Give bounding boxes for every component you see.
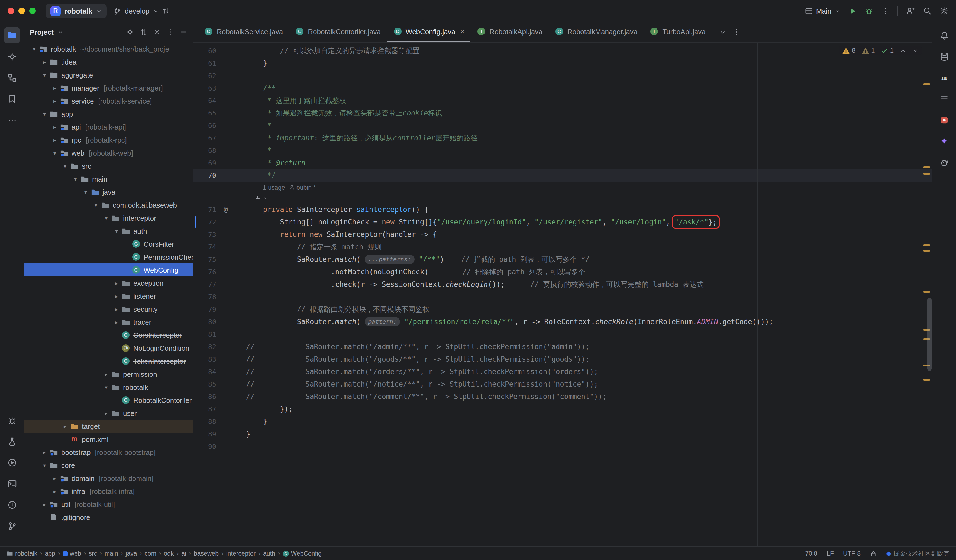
gutter-marker[interactable] — [216, 228, 246, 241]
file-encoding[interactable]: UTF-8 — [843, 550, 861, 557]
expand-collapse-icon[interactable] — [140, 28, 148, 36]
gradle-icon[interactable] — [936, 154, 952, 170]
tree-item-infra[interactable]: ▸infra[robotalk-infra] — [24, 484, 193, 498]
chevron-down-icon[interactable]: ▾ — [71, 176, 80, 182]
close-tab-icon[interactable]: × — [460, 28, 464, 35]
code-line-88[interactable]: 88 } — [193, 415, 932, 428]
chevron-down-icon[interactable]: ▾ — [112, 228, 121, 234]
usages-hint[interactable]: 1 usage — [263, 184, 285, 190]
run-button[interactable] — [849, 7, 857, 15]
breadcrumb-item-baseweb[interactable]: baseweb — [194, 550, 219, 557]
code-line-62[interactable]: 62 — [193, 69, 932, 82]
run-tool-icon[interactable] — [4, 454, 20, 470]
line-number[interactable]: 67 — [193, 132, 216, 144]
tree-item-src[interactable]: ▾src — [24, 159, 193, 172]
gutter-marker[interactable] — [216, 328, 246, 340]
line-number[interactable]: 76 — [193, 266, 216, 278]
code-line-68[interactable]: 68 * — [193, 144, 932, 157]
editor-tab-robotalkapi.java[interactable]: IRobotalkApi.java — [471, 22, 549, 42]
tree-item-web[interactable]: ▾web[robotalk-web] — [24, 146, 193, 159]
tree-item-service[interactable]: ▸service[robotalk-service] — [24, 94, 193, 107]
code-line-75[interactable]: 75 SaRouter.match( ...patterns: "/**") /… — [193, 253, 932, 266]
code-line-78[interactable]: 78 — [193, 291, 932, 303]
breadcrumb-item-web[interactable]: web — [63, 550, 81, 557]
chevron-right-icon[interactable]: ▸ — [40, 449, 49, 455]
stripe-warning-mark[interactable] — [923, 173, 930, 175]
inlay-settings-icon[interactable] — [255, 195, 261, 201]
breadcrumb-item-interceptor[interactable]: interceptor — [226, 550, 256, 557]
gutter-marker[interactable] — [216, 390, 246, 403]
breadcrumb-item-src[interactable]: src — [89, 550, 97, 557]
breadcrumb-item-auth[interactable]: auth — [263, 550, 275, 557]
gutter-marker[interactable] — [216, 44, 246, 57]
database-icon[interactable] — [936, 48, 952, 64]
gutter-marker[interactable] — [216, 216, 246, 228]
commit-tool-icon[interactable] — [4, 48, 20, 64]
line-number[interactable]: 88 — [193, 415, 216, 428]
line-number[interactable]: 73 — [193, 228, 216, 241]
stripe-warning-mark[interactable] — [923, 291, 930, 293]
more-tools-icon[interactable] — [4, 112, 20, 128]
tree-item-app[interactable]: ▾app — [24, 107, 193, 120]
breadcrumb-item-app[interactable]: app — [45, 550, 55, 557]
code-line-72[interactable]: 72 String[] noLoginCheck = new String[]{… — [193, 216, 932, 228]
code-line-60[interactable]: 60 // 可以添加自定义的异步请求拦截器等配置 — [193, 44, 932, 57]
line-number[interactable]: 75 — [193, 253, 216, 266]
code-line-83[interactable]: 83// SaRouter.match("/goods/**", r -> St… — [193, 353, 932, 365]
zoom-window-button[interactable] — [29, 8, 36, 14]
tree-item-interceptor[interactable]: ▾interceptor — [24, 211, 193, 225]
minimize-window-button[interactable] — [19, 8, 25, 14]
author-hint[interactable]: oubin * — [289, 184, 316, 190]
line-number[interactable]: 89 — [193, 428, 216, 440]
chevron-down-icon[interactable]: ▾ — [102, 384, 110, 390]
stripe-warning-mark[interactable] — [923, 83, 930, 85]
chevron-down-icon[interactable]: ▾ — [40, 72, 49, 78]
line-number[interactable]: 82 — [193, 340, 216, 353]
settings-gear-icon[interactable] — [940, 6, 948, 15]
tree-item-robotalk[interactable]: ▾robotalk — [24, 381, 193, 393]
problems-tool-icon[interactable] — [4, 497, 20, 513]
vcs-branch-widget[interactable]: develop — [113, 7, 170, 15]
line-number[interactable]: 83 — [193, 353, 216, 365]
chevron-down-icon[interactable]: ▾ — [81, 189, 90, 195]
chevron-right-icon[interactable]: ▸ — [102, 410, 110, 416]
gutter-marker[interactable] — [216, 241, 246, 253]
chevron-right-icon[interactable]: ▸ — [50, 475, 59, 481]
gutter-marker[interactable] — [216, 365, 246, 378]
gutter-marker[interactable] — [216, 428, 246, 440]
chevron-right-icon[interactable]: ▸ — [102, 371, 110, 377]
code-line-66[interactable]: 66 * — [193, 119, 932, 132]
tree-item-domain[interactable]: ▸domain[robotalk-domain] — [24, 472, 193, 484]
gutter-marker[interactable]: @ — [216, 203, 246, 216]
editor-tab-robotalkcontorller.java[interactable]: CRobotalkContorller.java — [289, 22, 387, 42]
line-number[interactable]: 69 — [193, 157, 216, 169]
tree-item-bootstrap[interactable]: ▸bootstrap[robotalk-bootstrap] — [24, 446, 193, 459]
stripe-warning-mark[interactable] — [923, 167, 930, 168]
line-number[interactable]: 90 — [193, 440, 216, 453]
line-number[interactable]: 81 — [193, 328, 216, 340]
code-line-61[interactable]: 61 } — [193, 57, 932, 69]
gutter-marker[interactable] — [216, 440, 246, 453]
chevron-right-icon[interactable]: ▸ — [112, 306, 121, 312]
code-line-90[interactable]: 90 — [193, 440, 932, 453]
line-number[interactable]: 68 — [193, 144, 216, 157]
vcs-update-icon[interactable] — [162, 7, 170, 15]
chevron-right-icon[interactable]: ▸ — [50, 98, 59, 104]
gutter-marker[interactable] — [216, 253, 246, 266]
structure-tool-icon[interactable] — [4, 69, 20, 86]
macos-traffic-lights[interactable] — [8, 8, 36, 14]
editor-tab-webconfig.java[interactable]: CWebConfig.java× — [387, 22, 470, 42]
tree-item-user[interactable]: ▸user — [24, 407, 193, 420]
code-line-79[interactable]: 79 // 根据路由划分模块，不同模块不同鉴权 — [193, 303, 932, 316]
breadcrumb-item-main[interactable]: main — [105, 550, 118, 557]
plugin-red-icon[interactable] — [936, 112, 952, 128]
breadcrumb-item-java[interactable]: java — [126, 550, 137, 557]
close-window-button[interactable] — [8, 8, 14, 14]
code-line-85[interactable]: 85// SaRouter.match("/notice/**", r -> S… — [193, 378, 932, 390]
maven-icon[interactable]: m — [936, 69, 952, 86]
line-number[interactable]: 86 — [193, 390, 216, 403]
tree-item-robotalkcontorller[interactable]: CRobotalkContorller — [24, 393, 193, 407]
code-line-77[interactable]: 77 .check(r -> SessionContext.checkLogin… — [193, 278, 932, 291]
gutter-marker[interactable] — [216, 107, 246, 119]
notifications-bell-icon[interactable] — [936, 27, 952, 43]
